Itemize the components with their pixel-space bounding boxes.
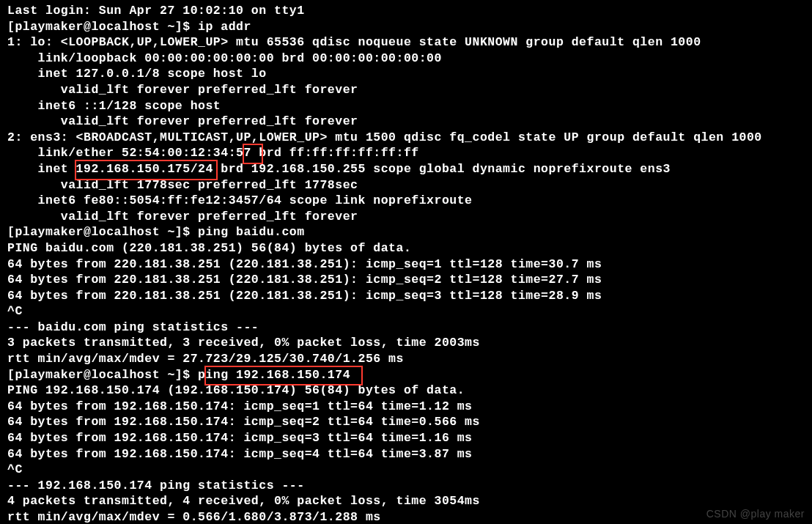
terminal-line: [playmaker@localhost ~]$ ping 192.168.15… — [7, 367, 805, 383]
terminal-line: 64 bytes from 192.168.150.174: icmp_seq=… — [7, 414, 805, 430]
terminal-line: valid_lft forever preferred_lft forever — [7, 114, 805, 130]
watermark-text: CSDN @play maker — [706, 508, 805, 520]
terminal-line: 2: ens3: <BROADCAST,MULTICAST,UP,LOWER_U… — [7, 130, 805, 146]
terminal-line: 64 bytes from 220.181.38.251 (220.181.38… — [7, 272, 805, 288]
terminal-line: ^C — [7, 303, 805, 320]
terminal-line: 64 bytes from 192.168.150.174: icmp_seq=… — [7, 399, 805, 415]
terminal-line: inet6 fe80::5054:ff:fe12:3457/64 scope l… — [7, 193, 805, 209]
terminal-line: 64 bytes from 220.181.38.251 (220.181.38… — [7, 257, 805, 273]
terminal-line: rtt min/avg/max/mdev = 0.566/1.680/3.873… — [7, 509, 805, 524]
terminal-line: 4 packets transmitted, 4 received, 0% pa… — [7, 493, 805, 509]
terminal-line: rtt min/avg/max/mdev = 27.723/29.125/30.… — [7, 351, 805, 367]
terminal-line: 64 bytes from 220.181.38.251 (220.181.38… — [7, 288, 805, 304]
terminal-line: valid_lft 1778sec preferred_lft 1778sec — [7, 177, 805, 193]
terminal-line: 64 bytes from 192.168.150.174: icmp_seq=… — [7, 446, 805, 462]
terminal-line: valid_lft forever preferred_lft forever — [7, 82, 805, 98]
terminal-line: inet 192.168.150.175/24 brd 192.168.150.… — [7, 161, 805, 177]
terminal-line: link/loopback 00:00:00:00:00:00 brd 00:0… — [7, 51, 805, 67]
terminal-line: inet6 ::1/128 scope host — [7, 98, 805, 114]
terminal-line: --- baidu.com ping statistics --- — [7, 320, 805, 336]
terminal-line: 1: lo: <LOOPBACK,UP,LOWER_UP> mtu 65536 … — [7, 34, 805, 51]
terminal-line: --- 192.168.150.174 ping statistics --- — [7, 478, 805, 494]
terminal-line: [playmaker@localhost ~]$ ip addr — [7, 19, 805, 35]
terminal-line: link/ether 52:54:00:12:34:57 brd ff:ff:f… — [7, 145, 805, 161]
terminal-output[interactable]: Last login: Sun Apr 27 10:02:10 on tty1[… — [0, 0, 812, 524]
terminal-line: valid_lft forever preferred_lft forever — [7, 209, 805, 225]
terminal-line: 64 bytes from 192.168.150.174: icmp_seq=… — [7, 430, 805, 446]
terminal-line: [playmaker@localhost ~]$ ping baidu.com — [7, 224, 805, 240]
terminal-line: 3 packets transmitted, 3 received, 0% pa… — [7, 335, 805, 351]
terminal-line: ^C — [7, 462, 805, 478]
terminal-line: inet 127.0.0.1/8 scope host lo — [7, 66, 805, 82]
terminal-line: PING 192.168.150.174 (192.168.150.174) 5… — [7, 383, 805, 399]
terminal-line: Last login: Sun Apr 27 10:02:10 on tty1 — [7, 3, 805, 19]
terminal-line: PING baidu.com (220.181.38.251) 56(84) b… — [7, 240, 805, 257]
